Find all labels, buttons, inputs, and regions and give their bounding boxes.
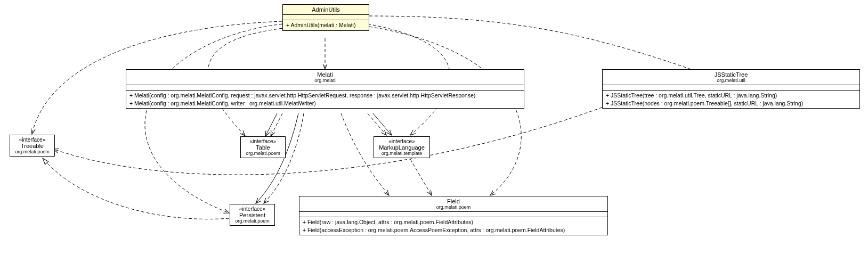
interface-persistent[interactable]: «interface» Persistent org.melati.poem: [230, 204, 275, 226]
operation: + Field(accessException : org.melati.poe…: [303, 226, 604, 234]
class-package: org.melati.template: [378, 151, 425, 156]
class-package: org.melati.poem: [234, 218, 270, 224]
class-package: org.melati.poem: [14, 149, 50, 154]
class-field[interactable]: Field org.melati.poem + Field(raw : java…: [299, 196, 608, 235]
class-package: org.melati.poem: [304, 204, 603, 210]
stereotype: «interface»: [378, 138, 425, 144]
operation: + Melati(config : org.melati.MelatiConfi…: [129, 100, 521, 108]
class-ops: + JSStaticTree(tree : org.melati.util.Tr…: [603, 91, 859, 108]
class-ops: + Melati(config : org.melati.MelatiConfi…: [126, 91, 524, 108]
operation: + JSStaticTree(nodes : org.melati.poem.T…: [606, 100, 856, 108]
class-package: org.melati: [131, 78, 520, 83]
class-melati[interactable]: Melati org.melati + Melati(config : org.…: [126, 69, 524, 109]
stereotype: «interface»: [14, 137, 50, 143]
class-name: Table: [245, 144, 281, 151]
class-adminutils[interactable]: AdminUtils + AdminUtils(melati : Melati): [282, 4, 369, 31]
class-attrs: [603, 85, 859, 91]
operation: + Melati(config : org.melati.MelatiConfi…: [129, 92, 521, 100]
operation: + JSStaticTree(tree : org.melati.util.Tr…: [606, 92, 856, 100]
operation: + AdminUtils(melati : Melati): [286, 21, 366, 29]
class-name: Persistent: [234, 212, 270, 218]
class-name: JSStaticTree: [607, 71, 855, 78]
interface-table[interactable]: «interface» Table org.melati.poem: [240, 136, 286, 158]
class-name: Melati: [131, 71, 520, 78]
class-name: AdminUtils: [287, 6, 364, 13]
interface-markuplanguage[interactable]: «interface» MarkupLanguage org.melati.te…: [374, 136, 430, 158]
class-package: org.melati.util: [607, 78, 855, 83]
class-attrs: [283, 15, 369, 20]
class-ops: + Field(raw : java.lang.Object, attrs : …: [299, 217, 607, 235]
interface-treeable[interactable]: «interface» Treeable org.melati.poem: [10, 135, 55, 157]
stereotype: «interface»: [234, 206, 270, 212]
class-name: MarkupLanguage: [378, 144, 425, 151]
class-name: Field: [304, 198, 603, 204]
stereotype: «interface»: [245, 138, 281, 144]
class-jsstatictree[interactable]: JSStaticTree org.melati.util + JSStaticT…: [602, 69, 860, 109]
class-attrs: [126, 85, 524, 91]
class-ops: + AdminUtils(melati : Melati): [283, 20, 369, 30]
class-package: org.melati.poem: [245, 151, 281, 156]
operation: + Field(raw : java.lang.Object, attrs : …: [303, 218, 604, 226]
class-attrs: [299, 212, 607, 217]
class-name: Treeable: [14, 143, 50, 149]
